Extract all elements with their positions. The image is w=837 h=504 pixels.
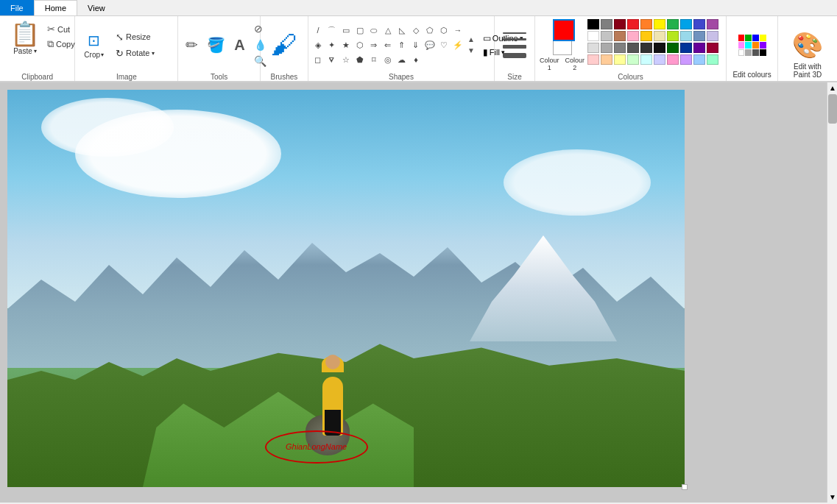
color-black[interactable] (587, 19, 599, 29)
shape-arrow-l[interactable]: ⇐ (381, 38, 395, 52)
shape-more3[interactable]: ☆ (339, 53, 353, 66)
vertical-scrollbar[interactable]: ▲ ▼ (827, 82, 837, 503)
paint3d-button[interactable]: 🎨 Edit withPaint 3D (778, 16, 837, 81)
color-g1[interactable] (587, 43, 599, 53)
color-p8[interactable] (680, 54, 692, 65)
canvas-image[interactable]: GhianLongName (7, 90, 685, 487)
color-orange[interactable] (640, 19, 652, 29)
shape-rect-rounded[interactable]: ▢ (353, 24, 367, 37)
text-button[interactable]: A (231, 35, 247, 55)
edit-colours-button[interactable]: Edit colours (727, 16, 778, 81)
shape-more2[interactable]: ⛛ (325, 53, 339, 66)
color-gold[interactable] (640, 31, 652, 41)
shape-right-triangle[interactable]: ◺ (395, 24, 409, 37)
copy-button[interactable]: ⧉ Copy (44, 37, 78, 52)
shape-heart[interactable]: ♡ (437, 38, 451, 52)
color-yellow[interactable] (654, 19, 665, 29)
resize-button[interactable]: ⤡ Resize (113, 30, 158, 44)
canvas-resize-handle[interactable] (682, 484, 688, 490)
color-p3[interactable] (614, 54, 626, 65)
color-white[interactable] (587, 31, 599, 41)
size-line-4[interactable] (503, 53, 526, 58)
size-line-1[interactable] (503, 32, 526, 34)
colour1-swatch[interactable] (553, 19, 575, 41)
color-lime[interactable] (667, 31, 679, 41)
scroll-thumb[interactable] (828, 94, 837, 124)
rotate-dropdown-arrow[interactable]: ▾ (152, 50, 155, 57)
color-sky[interactable] (680, 31, 692, 41)
brushes-button[interactable]: 🖌 (271, 29, 297, 60)
cut-button[interactable]: ✂ Cut (44, 22, 78, 36)
color-lavender[interactable] (707, 31, 718, 41)
color-p6[interactable] (654, 54, 665, 65)
rotate-button[interactable]: ↻ Rotate ▾ (113, 46, 158, 60)
color-g2[interactable] (601, 43, 612, 53)
shape-star5[interactable]: ★ (339, 38, 353, 52)
crop-button[interactable]: ⊡ Crop ▾ (80, 30, 108, 60)
shape-arrow-r[interactable]: → (451, 24, 465, 37)
color-p9[interactable] (693, 54, 705, 65)
fill-button[interactable]: 🪣 (204, 35, 228, 55)
shape-more6[interactable]: ◎ (381, 53, 395, 66)
shape-more8[interactable]: ♦ (409, 53, 423, 66)
shape-curve[interactable]: ⌒ (325, 24, 339, 37)
color-g4[interactable] (627, 43, 639, 53)
shape-more5[interactable]: ⌑ (367, 53, 381, 66)
shape-diamond[interactable]: ◇ (409, 24, 423, 37)
shape-arrow-d[interactable]: ⇓ (409, 38, 423, 52)
tab-view[interactable]: View (77, 0, 116, 15)
color-dark-gray[interactable] (601, 19, 612, 29)
color-dg[interactable] (667, 43, 679, 53)
paste-button[interactable]: 📋 Paste ▾ (6, 19, 44, 58)
shape-pentagon[interactable]: ⬠ (423, 24, 437, 37)
color-p2[interactable] (601, 54, 612, 65)
color-p5[interactable] (640, 54, 652, 65)
color-p10[interactable] (707, 54, 718, 65)
color-db[interactable] (680, 43, 692, 53)
color-p1[interactable] (587, 54, 599, 65)
shape-diamond2[interactable]: ◈ (311, 38, 325, 52)
color-light-gray[interactable] (601, 31, 612, 41)
color-brown[interactable] (614, 31, 626, 41)
color-purple[interactable] (707, 19, 718, 29)
shape-arrow-u[interactable]: ⇑ (395, 38, 409, 52)
shape-arrow-r2[interactable]: ⇒ (367, 38, 381, 52)
color-g3[interactable] (614, 43, 626, 53)
shape-callout1[interactable]: 💬 (423, 38, 437, 52)
color-blue[interactable] (693, 19, 705, 29)
shape-triangle[interactable]: △ (381, 24, 395, 37)
scroll-up-arrow[interactable]: ▲ (827, 82, 837, 93)
shape-more7[interactable]: ☁ (395, 53, 409, 66)
color-red[interactable] (627, 19, 639, 29)
paste-dropdown-arrow[interactable]: ▾ (34, 48, 37, 54)
color-dp[interactable] (693, 43, 705, 53)
canvas-area[interactable]: GhianLongName ▲ ▼ (0, 82, 837, 503)
color-dr[interactable] (707, 43, 718, 53)
shape-ellipse[interactable]: ⬭ (367, 24, 381, 37)
color-pink[interactable] (627, 31, 639, 41)
color-steel[interactable] (693, 31, 705, 41)
shape-hexagon[interactable]: ⬡ (437, 24, 451, 37)
color-cyan[interactable] (680, 19, 692, 29)
shapes-scroll-down[interactable]: ▼ (467, 45, 475, 56)
shape-rect[interactable]: ▭ (339, 24, 353, 37)
shape-line[interactable]: / (311, 24, 325, 37)
scroll-down-arrow[interactable]: ▼ (827, 491, 837, 503)
shape-lightning[interactable]: ⚡ (451, 38, 465, 52)
size-line-2[interactable] (503, 38, 526, 40)
size-line-3[interactable] (503, 45, 526, 49)
shapes-scroll-up[interactable]: ▲ (467, 34, 475, 45)
shape-hexagon2[interactable]: ⬡ (353, 38, 367, 52)
shape-more4[interactable]: ⬟ (353, 53, 367, 66)
pencil-button[interactable]: ✏ (183, 35, 201, 55)
tab-home[interactable]: Home (34, 0, 77, 15)
color-cream[interactable] (654, 31, 665, 41)
color-dark-red[interactable] (614, 19, 626, 29)
crop-dropdown-arrow[interactable]: ▾ (101, 52, 104, 58)
tab-file[interactable]: File (0, 0, 34, 15)
color-g5[interactable] (640, 43, 652, 53)
color-p7[interactable] (667, 54, 679, 65)
shape-star4[interactable]: ✦ (325, 38, 339, 52)
color-g6[interactable] (654, 43, 665, 53)
shape-more1[interactable]: ◻ (311, 53, 325, 66)
